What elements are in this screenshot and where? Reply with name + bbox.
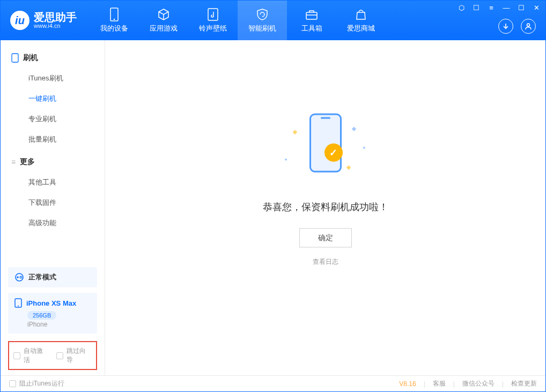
view-log-link[interactable]: 查看日志 — [263, 257, 388, 267]
minimize-button[interactable]: — — [501, 4, 511, 12]
device-icon — [107, 8, 121, 21]
svg-point-8 — [17, 276, 19, 278]
window-controls: ⬡ ☐ ≡ — ☐ ✕ — [456, 4, 541, 12]
logo-icon: iu — [10, 11, 29, 30]
checkbox-skip-guide[interactable]: 跳过向导 — [56, 346, 92, 365]
tab-label: 爱思商城 — [347, 24, 375, 33]
mode-box[interactable]: 正常模式 — [8, 267, 97, 287]
tab-label: 工具箱 — [301, 24, 322, 33]
svg-point-11 — [18, 306, 19, 307]
shirt-icon[interactable]: ⬡ — [456, 4, 466, 12]
mode-label: 正常模式 — [28, 272, 56, 282]
shopping-bag-icon — [354, 8, 368, 21]
svg-rect-6 — [12, 54, 18, 62]
user-button[interactable] — [521, 19, 536, 34]
device-type: iPhone — [27, 321, 91, 328]
main-content: ✓ 恭喜您，保资料刷机成功啦！ 确定 查看日志 — [105, 40, 545, 375]
sidebar-group-title: ≡ 更多 — [1, 154, 105, 172]
device-phone-icon — [14, 298, 22, 308]
tab-ringtones-wallpapers[interactable]: 铃声壁纸 — [188, 1, 238, 40]
sidebar-item-itunes-flash[interactable]: iTunes刷机 — [1, 68, 105, 88]
statusbar: 阻止iTunes运行 V8.16 | 客服 | 微信公众号 | 检查更新 — [1, 375, 545, 391]
menu-icon[interactable]: ≡ — [486, 4, 496, 12]
device-name-row: iPhone XS Max — [14, 298, 91, 308]
list-icon: ≡ — [11, 158, 16, 166]
success-message: 恭喜您，保资料刷机成功啦！ — [263, 201, 388, 213]
body: 刷机 iTunes刷机 一键刷机 专业刷机 批量刷机 ≡ 更多 其他工具 下载固… — [1, 40, 545, 375]
check-update-link[interactable]: 检查更新 — [511, 379, 537, 388]
svg-rect-3 — [306, 12, 317, 19]
svg-rect-2 — [208, 9, 218, 20]
toolbox-icon — [305, 8, 319, 21]
sync-icon — [14, 272, 24, 282]
device-name: iPhone XS Max — [26, 299, 76, 307]
svg-point-1 — [114, 19, 115, 20]
phone-small-icon — [11, 53, 19, 63]
checkbox-auto-activate[interactable]: 自动激活 — [13, 346, 49, 365]
tab-label: 铃声壁纸 — [199, 24, 227, 33]
header: iu 爱思助手 www.i4.cn 我的设备 应用游戏 铃声壁纸 智能刷机 — [1, 1, 545, 40]
svg-point-5 — [527, 24, 530, 26]
app-subtitle: www.i4.cn — [34, 23, 77, 29]
sidebar-item-oneclick-flash[interactable]: 一键刷机 — [1, 88, 105, 109]
tab-store[interactable]: 爱思商城 — [336, 1, 386, 40]
sidebar-group-more: ≡ 更多 其他工具 下载固件 高级功能 — [1, 154, 105, 233]
logo: iu 爱思助手 www.i4.cn — [10, 11, 77, 30]
tab-label: 我的设备 — [100, 24, 128, 33]
refresh-shield-icon — [255, 8, 269, 21]
check-badge-icon: ✓ — [324, 144, 343, 162]
tab-my-device[interactable]: 我的设备 — [90, 1, 139, 40]
wechat-link[interactable]: 微信公众号 — [462, 379, 495, 388]
close-button[interactable]: ✕ — [532, 4, 541, 12]
device-box[interactable]: iPhone XS Max 256GB iPhone — [8, 293, 97, 334]
statusbar-right: V8.16 | 客服 | 微信公众号 | 检查更新 — [399, 379, 537, 388]
ok-button[interactable]: 确定 — [299, 228, 352, 248]
sidebar: 刷机 iTunes刷机 一键刷机 专业刷机 批量刷机 ≡ 更多 其他工具 下载固… — [1, 40, 105, 375]
maximize-button[interactable]: ☐ — [517, 4, 526, 12]
feedback-icon[interactable]: ☐ — [471, 4, 481, 12]
highlighted-checkbox-row: 自动激活 跳过向导 — [8, 341, 97, 370]
customer-service-link[interactable]: 客服 — [433, 379, 446, 388]
tab-label: 应用游戏 — [150, 24, 178, 33]
sidebar-item-download-firmware[interactable]: 下载固件 — [1, 193, 105, 213]
sidebar-group-flash: 刷机 iTunes刷机 一键刷机 专业刷机 批量刷机 — [1, 50, 105, 150]
success-panel: ✓ 恭喜您，保资料刷机成功啦！ 确定 查看日志 — [263, 109, 388, 267]
version-label: V8.16 — [399, 380, 416, 388]
phone-icon — [309, 114, 342, 173]
sidebar-item-other-tools[interactable]: 其他工具 — [1, 172, 105, 193]
checkbox-block-itunes[interactable]: 阻止iTunes运行 — [9, 379, 64, 388]
header-right-actions — [498, 19, 536, 34]
cube-icon — [157, 8, 171, 21]
tab-toolbox[interactable]: 工具箱 — [287, 1, 336, 40]
tab-label: 智能刷机 — [248, 24, 276, 33]
main-tabs: 我的设备 应用游戏 铃声壁纸 智能刷机 工具箱 爱思商城 — [90, 1, 386, 40]
tab-smart-flash[interactable]: 智能刷机 — [238, 1, 287, 40]
app-title: 爱思助手 — [34, 12, 77, 23]
success-illustration: ✓ — [277, 109, 374, 184]
tab-apps-games[interactable]: 应用游戏 — [139, 1, 188, 40]
music-file-icon — [206, 8, 220, 21]
sidebar-group-title: 刷机 — [1, 50, 105, 68]
sidebar-item-batch-flash[interactable]: 批量刷机 — [1, 129, 105, 150]
download-button[interactable] — [498, 19, 513, 34]
sidebar-item-advanced[interactable]: 高级功能 — [1, 213, 105, 233]
sidebar-item-pro-flash[interactable]: 专业刷机 — [1, 109, 105, 129]
svg-point-9 — [20, 276, 22, 278]
app-window: iu 爱思助手 www.i4.cn 我的设备 应用游戏 铃声壁纸 智能刷机 — [0, 0, 546, 392]
device-storage: 256GB — [27, 311, 56, 320]
